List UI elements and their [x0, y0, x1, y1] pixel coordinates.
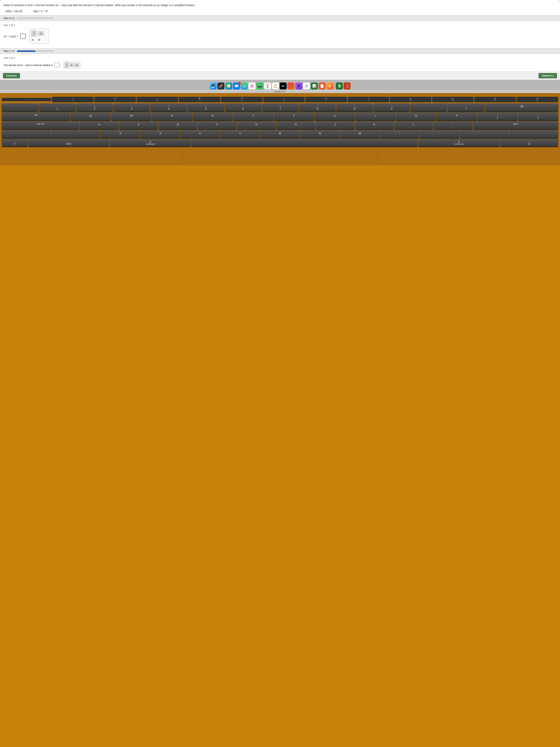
key-s[interactable]: S — [119, 121, 158, 129]
key-i[interactable]: I — [355, 112, 396, 121]
key-f[interactable]: F — [198, 121, 237, 129]
caps-lock-key[interactable]: caps lock — [2, 121, 79, 129]
key-8[interactable]: *8 — [299, 103, 336, 111]
backspace-key[interactable]: ⌫ — [485, 103, 558, 111]
key-m[interactable]: M — [340, 130, 379, 138]
key-t[interactable]: T — [233, 112, 273, 121]
dock-music[interactable]: 🎵 — [287, 82, 294, 89]
key-equals[interactable]: += — [448, 103, 484, 111]
f11-key[interactable]: 🔉F11 — [474, 97, 516, 102]
continue-button[interactable]: Continue — [3, 73, 20, 78]
key-o[interactable]: O — [396, 112, 436, 121]
right-shift-key[interactable]: ⇧ — [460, 130, 558, 138]
dock-facetime[interactable]: 📷 — [256, 82, 263, 89]
key-bracket-close[interactable]: }] — [518, 112, 558, 121]
dock-podcasts[interactable]: 🎙 — [295, 82, 302, 89]
sqrt-button[interactable]: √□ — [38, 31, 44, 36]
key-v[interactable]: V — [220, 130, 260, 138]
key-7[interactable]: &7 — [262, 103, 299, 111]
dock-reminders[interactable]: 📋 — [272, 82, 279, 89]
close-math-btn[interactable]: ✕ — [31, 38, 34, 42]
right-option-key[interactable]: ⌥ op — [500, 139, 558, 147]
key-c[interactable]: C — [181, 130, 220, 138]
key-y[interactable]: Y — [274, 112, 314, 121]
space-key[interactable] — [191, 139, 418, 147]
key-n[interactable]: N — [300, 130, 340, 138]
domain-infinity-btn[interactable]: ∞ — [70, 63, 74, 67]
equation-input-box[interactable] — [20, 34, 26, 39]
dock-appletv[interactable]: átv — [279, 82, 287, 89]
key-k[interactable]: K — [355, 121, 394, 129]
key-0[interactable]: )0 — [374, 103, 410, 111]
dock-safari[interactable]: 🧭 — [225, 82, 232, 89]
f5-key[interactable]: 🎤F5 — [221, 97, 263, 102]
tab-key[interactable]: tab — [2, 112, 70, 121]
dock-calendar[interactable]: OCT 3 — [264, 82, 271, 89]
key-h[interactable]: H — [276, 121, 315, 129]
key-9[interactable]: (9 — [336, 103, 373, 111]
key-l[interactable]: L — [394, 121, 433, 129]
dock-photos[interactable]: 🌸 — [248, 82, 256, 89]
f9-key[interactable]: ⏭F9 — [390, 97, 431, 102]
key-period[interactable]: >. — [420, 130, 459, 138]
key-minus[interactable]: _- — [410, 103, 447, 111]
left-command-key[interactable]: ⌘ command — [110, 139, 191, 147]
refresh-math-btn[interactable]: ↺ — [37, 38, 41, 42]
key-e[interactable]: E — [152, 112, 192, 121]
key-d[interactable]: D — [159, 121, 197, 129]
f8-key[interactable]: ⏯F8 — [348, 97, 389, 102]
key-b[interactable]: B — [260, 130, 300, 138]
domain-input-box[interactable] — [54, 63, 60, 67]
key-u[interactable]: U — [315, 112, 355, 121]
key-q[interactable]: Q — [71, 112, 111, 121]
key-2[interactable]: @2 — [76, 103, 113, 111]
left-option-key[interactable]: ⌥ option — [28, 139, 109, 147]
f4-key[interactable]: 🔍F4 — [179, 97, 220, 102]
f2-key[interactable]: ☀☀F2 — [94, 97, 136, 102]
dock-numbers[interactable]: 📊 — [311, 82, 318, 89]
dock-keynote[interactable]: A — [326, 82, 334, 89]
key-p[interactable]: P — [437, 112, 477, 121]
key-r[interactable]: R — [193, 112, 233, 121]
dock-mail[interactable]: ✉️ 5k — [233, 82, 240, 89]
dock-powerpoint[interactable]: 📕 — [344, 82, 351, 89]
key-1[interactable]: !1 — [39, 103, 76, 111]
f7-key[interactable]: ⏮F7 — [305, 97, 347, 102]
key-g[interactable]: G — [237, 121, 276, 129]
fraction-button[interactable]: □ □ — [31, 30, 37, 36]
key-6[interactable]: ^6 — [225, 103, 262, 111]
return-key[interactable]: return — [473, 121, 558, 129]
domain-fraction-btn[interactable]: □ □ — [64, 62, 69, 68]
key-comma[interactable]: <, — [380, 130, 419, 138]
f6-key[interactable]: ↺F6 — [263, 97, 305, 102]
f10-key[interactable]: 🔈F10 — [432, 97, 474, 102]
key-w[interactable]: W — [111, 112, 152, 121]
key-x[interactable]: X — [141, 130, 180, 138]
key-4[interactable]: $4 — [151, 103, 187, 111]
key-tilde[interactable]: ~` — [2, 103, 38, 111]
key-z[interactable]: Z — [101, 130, 140, 138]
f12-key[interactable]: 🔊F12 — [516, 97, 558, 102]
dock-launchpad[interactable]: 🚀 — [217, 82, 224, 89]
key-bracket-open[interactable]: {[ — [477, 112, 517, 121]
dock-finder[interactable]: 🖥️ — [210, 82, 217, 89]
left-shift-key[interactable]: ⇧ — [2, 130, 100, 138]
esc-key[interactable]: esc — [2, 98, 52, 101]
fn-key[interactable]: ^ fn — [2, 139, 28, 147]
dock-news[interactable]: 📰 — [303, 82, 310, 89]
f1-key[interactable]: ☀F1 — [52, 97, 94, 102]
key-5[interactable]: %5 — [188, 103, 224, 111]
key-a[interactable]: A — [80, 121, 118, 129]
key-j[interactable]: J — [316, 121, 354, 129]
dock-pages[interactable]: 📄 — [319, 82, 325, 89]
math-actions: ✕ ↺ — [31, 38, 41, 42]
dock-maps[interactable]: 🗺️ — [241, 82, 248, 89]
trackpad[interactable] — [183, 149, 377, 162]
dock-excel[interactable]: 📗 — [336, 82, 343, 89]
key-semicolon[interactable]: :; — [433, 121, 472, 129]
submit-button[interactable]: Submit As — [538, 73, 557, 78]
domain-neg-infinity-btn[interactable]: -∞ — [74, 63, 79, 67]
key-3[interactable]: #3 — [113, 103, 150, 111]
f3-key[interactable]: ⊡F3 — [136, 97, 178, 102]
right-command-key[interactable]: ⌘ command — [418, 139, 499, 147]
